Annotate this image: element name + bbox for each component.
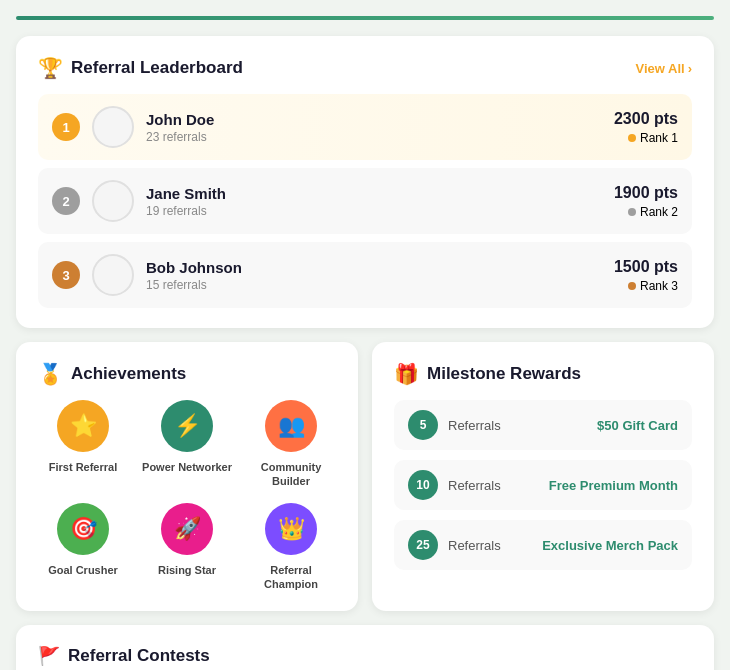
community-builder-icon: 👥 bbox=[265, 400, 317, 452]
leaderboard-row: 3 Bob Johnson 15 referrals 1500 pts Rank… bbox=[38, 242, 692, 308]
user-name: Bob Johnson bbox=[146, 259, 614, 276]
achievement-item: ⚡ Power Networker bbox=[142, 400, 232, 489]
leaderboard-title: 🏆 Referral Leaderboard bbox=[38, 56, 243, 80]
rank-dot bbox=[628, 282, 636, 290]
achievement-item: ⭐ First Referral bbox=[38, 400, 128, 489]
achievement-item: 👥 Community Builder bbox=[246, 400, 336, 489]
leaderboard-card: 🏆 Referral Leaderboard View All › 1 John… bbox=[16, 36, 714, 328]
user-info: Jane Smith 19 referrals bbox=[146, 185, 614, 218]
leaderboard-header: 🏆 Referral Leaderboard View All › bbox=[38, 56, 692, 80]
contests-card: 🚩 Referral Contests Summer Splash Challe… bbox=[16, 625, 714, 670]
power-networker-icon: ⚡ bbox=[161, 400, 213, 452]
score-pts: 2300 pts bbox=[614, 110, 678, 128]
user-name: Jane Smith bbox=[146, 185, 614, 202]
gift-icon: 🎁 bbox=[394, 362, 419, 386]
leaderboard-row: 1 John Doe 23 referrals 2300 pts Rank 1 bbox=[38, 94, 692, 160]
milestone-label: Referrals bbox=[448, 418, 597, 433]
view-all-button[interactable]: View All › bbox=[636, 61, 692, 76]
milestone-title: 🎁 Milestone Rewards bbox=[394, 362, 581, 386]
achievement-item: 👑 Referral Champion bbox=[246, 503, 336, 592]
achievement-label: First Referral bbox=[49, 460, 117, 474]
milestone-row: 5 Referrals $50 Gift Card bbox=[394, 400, 692, 450]
user-referrals: 23 referrals bbox=[146, 130, 614, 144]
milestone-reward: Exclusive Merch Pack bbox=[542, 538, 678, 553]
rank-badge-3: 3 bbox=[52, 261, 80, 289]
goal-crusher-icon: 🎯 bbox=[57, 503, 109, 555]
avatar bbox=[92, 106, 134, 148]
referral-champion-icon: 👑 bbox=[265, 503, 317, 555]
achievement-label: Goal Crusher bbox=[48, 563, 118, 577]
flag-icon: 🚩 bbox=[38, 645, 60, 667]
user-score: 1900 pts Rank 2 bbox=[614, 184, 678, 219]
score-pts: 1500 pts bbox=[614, 258, 678, 276]
user-referrals: 19 referrals bbox=[146, 204, 614, 218]
first-referral-icon: ⭐ bbox=[57, 400, 109, 452]
leaderboard-row: 2 Jane Smith 19 referrals 1900 pts Rank … bbox=[38, 168, 692, 234]
rank-badge-1: 1 bbox=[52, 113, 80, 141]
user-referrals: 15 referrals bbox=[146, 278, 614, 292]
contests-title: 🚩 Referral Contests bbox=[38, 645, 210, 667]
milestone-label: Referrals bbox=[448, 478, 549, 493]
user-info: John Doe 23 referrals bbox=[146, 111, 614, 144]
rank-badge-2: 2 bbox=[52, 187, 80, 215]
user-score: 2300 pts Rank 1 bbox=[614, 110, 678, 145]
score-pts: 1900 pts bbox=[614, 184, 678, 202]
user-score: 1500 pts Rank 3 bbox=[614, 258, 678, 293]
milestone-card: 🎁 Milestone Rewards 5 Referrals $50 Gift… bbox=[372, 342, 714, 611]
rank-dot bbox=[628, 208, 636, 216]
milestone-row: 25 Referrals Exclusive Merch Pack bbox=[394, 520, 692, 570]
milestone-reward: Free Premium Month bbox=[549, 478, 678, 493]
achievements-grid: ⭐ First Referral ⚡ Power Networker 👥 Com… bbox=[38, 400, 336, 591]
achievement-label: Power Networker bbox=[142, 460, 232, 474]
milestone-label: Referrals bbox=[448, 538, 542, 553]
achievements-title: 🏅 Achievements bbox=[38, 362, 186, 386]
milestone-header: 🎁 Milestone Rewards bbox=[394, 362, 692, 386]
achievements-card: 🏅 Achievements ⭐ First Referral ⚡ Power … bbox=[16, 342, 358, 611]
rising-star-icon: 🚀 bbox=[161, 503, 213, 555]
middle-row: 🏅 Achievements ⭐ First Referral ⚡ Power … bbox=[16, 342, 714, 611]
milestone-badge-10: 10 bbox=[408, 470, 438, 500]
medal-icon: 🏅 bbox=[38, 362, 63, 386]
contests-header: 🚩 Referral Contests bbox=[38, 645, 692, 667]
achievement-label: Referral Champion bbox=[246, 563, 336, 592]
avatar bbox=[92, 180, 134, 222]
achievement-item: 🚀 Rising Star bbox=[142, 503, 232, 592]
achievement-item: 🎯 Goal Crusher bbox=[38, 503, 128, 592]
user-info: Bob Johnson 15 referrals bbox=[146, 259, 614, 292]
user-name: John Doe bbox=[146, 111, 614, 128]
milestone-reward: $50 Gift Card bbox=[597, 418, 678, 433]
page-wrapper: 🏆 Referral Leaderboard View All › 1 John… bbox=[16, 16, 714, 670]
achievement-label: Community Builder bbox=[246, 460, 336, 489]
milestone-list: 5 Referrals $50 Gift Card 10 Referrals F… bbox=[394, 400, 692, 570]
rank-dot bbox=[628, 134, 636, 142]
score-rank: Rank 2 bbox=[614, 205, 678, 219]
score-rank: Rank 1 bbox=[614, 131, 678, 145]
achievements-header: 🏅 Achievements bbox=[38, 362, 336, 386]
milestone-badge-25: 25 bbox=[408, 530, 438, 560]
achievement-label: Rising Star bbox=[158, 563, 216, 577]
avatar bbox=[92, 254, 134, 296]
score-rank: Rank 3 bbox=[614, 279, 678, 293]
milestone-row: 10 Referrals Free Premium Month bbox=[394, 460, 692, 510]
trophy-icon: 🏆 bbox=[38, 56, 63, 80]
milestone-badge-5: 5 bbox=[408, 410, 438, 440]
